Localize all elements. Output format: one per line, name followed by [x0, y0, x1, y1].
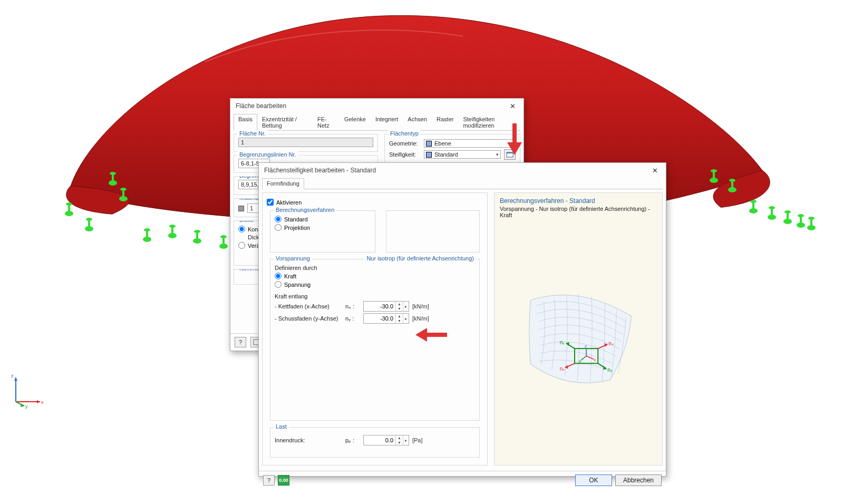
spinner-ny[interactable]: ▲▼ ▸ [363, 313, 409, 324]
spin-down-icon[interactable]: ▼ [396, 306, 403, 311]
unit-ny: [kN/m] [412, 315, 429, 322]
group-berechnungsverfahren: Berechnungsverfahren Standard Projektion [270, 210, 375, 253]
chevron-down-icon: ▾ [511, 141, 513, 146]
symbol-pp: pₚ : [345, 437, 360, 444]
tab-steifigkeiten-modifizieren[interactable]: Steifigkeiten modifizieren [458, 114, 520, 131]
edit-stiffness-button[interactable] [504, 149, 516, 160]
spin-down-icon[interactable]: ▼ [396, 440, 403, 445]
cancel-button[interactable]: Abbrechen [615, 474, 662, 486]
label-steifigkeit: Steifigkeit: [389, 151, 421, 158]
svg-marker-4 [37, 400, 40, 403]
svg-text:nₓ: nₓ [608, 341, 614, 346]
svg-text:nᵧ: nᵧ [560, 340, 565, 345]
help-button[interactable]: ? [235, 337, 246, 347]
radio-calc-projektion[interactable]: Projektion [275, 224, 371, 231]
vorspannung-note: Nur isotrop (für definierte Achsenrichtu… [364, 255, 476, 261]
group-empty [386, 210, 480, 253]
swatch-icon [426, 141, 432, 147]
tab-formfindung[interactable]: Formfindung [262, 178, 304, 189]
swatch-icon [426, 152, 432, 158]
symbol-nx: nₓ : [345, 303, 360, 310]
label-kettfaden: - Kettfaden (x-Achse) [275, 303, 342, 309]
picker-icon[interactable]: ▸ [403, 314, 409, 323]
label-geometrie: Geometrie: [389, 140, 421, 147]
title-2: Flächensteifigkeit bearbeiten - Standard [264, 167, 376, 174]
combo-steifigkeit[interactable]: Standard ▾ [424, 150, 501, 159]
unit-nx: [kN/m] [412, 303, 429, 309]
label-schussfaden: - Schussfaden (y-Achse) [275, 315, 342, 322]
group-flaeche-nr: Fläche Nr. [234, 134, 378, 152]
tab-exzentrizitaet[interactable]: Exzentrizität / Bettung [257, 114, 313, 131]
spin-down-icon[interactable]: ▼ [396, 318, 403, 323]
spinner-nx[interactable]: ▲▼ ▸ [363, 301, 409, 312]
checkbox-activate[interactable]: Aktivieren [267, 199, 483, 206]
label-definieren-durch: Definieren durch [275, 265, 475, 271]
radio-calc-standard[interactable]: Standard [275, 216, 371, 222]
label-kraft-entlang: Kraft entlang [275, 293, 475, 299]
close-icon[interactable]: ✕ [647, 165, 663, 176]
input-flaeche-nr[interactable] [238, 138, 373, 147]
svg-text:x: x [41, 400, 44, 405]
help-button[interactable]: ? [263, 475, 275, 486]
radio-def-kraft[interactable]: Kraft [275, 273, 475, 279]
ok-button[interactable]: OK [575, 474, 612, 486]
svg-marker-7 [14, 377, 17, 381]
titlebar-1[interactable]: Fläche bearbeiten ✕ [230, 99, 524, 113]
svg-text:nₓ: nₓ [560, 366, 565, 372]
group-flaechentyp: Flächentyp Geometrie: Ebene ▾ Steifigkei… [384, 134, 520, 166]
combo-geometrie[interactable]: Ebene ▾ [424, 139, 516, 148]
tab-achsen[interactable]: Achsen [403, 114, 432, 131]
close-icon[interactable]: ✕ [505, 101, 520, 111]
group-last: Last Innendruck: pₚ : ▲▼ ▸ [Pa] [270, 427, 480, 458]
tabs-1: Basis Exzentrizität / Bettung FE-Netz Ge… [234, 113, 520, 131]
svg-text:z: z [585, 344, 587, 348]
preview-panel: Berechnungsverfahren - Standard Vorspann… [494, 192, 663, 466]
svg-text:z: z [11, 373, 14, 379]
symbol-ny: nᵧ : [345, 315, 360, 322]
axis-gizmo: x z y [9, 372, 46, 409]
spin-up-icon[interactable]: ▲ [396, 302, 403, 306]
svg-rect-13 [507, 152, 513, 153]
title-1: Fläche bearbeiten [236, 102, 286, 110]
spin-up-icon[interactable]: ▲ [396, 314, 403, 318]
picker-icon[interactable]: ▸ [403, 435, 409, 445]
chevron-down-icon: ▾ [496, 152, 499, 157]
svg-text:y: y [579, 358, 581, 363]
units-button[interactable]: 0.00 [278, 475, 289, 486]
svg-text:x: x [594, 357, 596, 362]
tab-integriert[interactable]: Integriert [371, 114, 403, 131]
dialog-edit-stiffness: Flächensteifigkeit bearbeiten - Standard… [258, 162, 666, 477]
preview-canvas: nₓ nₓ nᵧ nᵧ x y z [499, 214, 658, 461]
svg-text:nᵧ: nᵧ [607, 367, 613, 373]
tab-raster[interactable]: Raster [432, 114, 458, 131]
spinner-pp[interactable]: ▲▼ ▸ [363, 435, 409, 445]
unit-pp: [Pa] [412, 437, 423, 443]
svg-text:y: y [25, 404, 28, 409]
spin-up-icon[interactable]: ▲ [396, 435, 403, 440]
radio-def-spannung[interactable]: Spannung [275, 281, 475, 288]
titlebar-2[interactable]: Flächensteifigkeit bearbeiten - Standard… [259, 163, 666, 178]
picker-icon[interactable]: ▸ [403, 302, 409, 311]
tab-fe-netz[interactable]: FE-Netz [313, 114, 340, 131]
group-vorspannung: Vorspannung Nur isotrop (für definierte … [270, 259, 480, 421]
label-innendruck: Innendruck: [275, 437, 342, 443]
material-swatch [238, 206, 244, 211]
tabs-2: Formfindung [262, 178, 663, 189]
tab-gelenke[interactable]: Gelenke [340, 114, 371, 131]
tab-basis[interactable]: Basis [234, 114, 257, 131]
preview-heading: Berechnungsverfahren - Standard [495, 193, 662, 206]
